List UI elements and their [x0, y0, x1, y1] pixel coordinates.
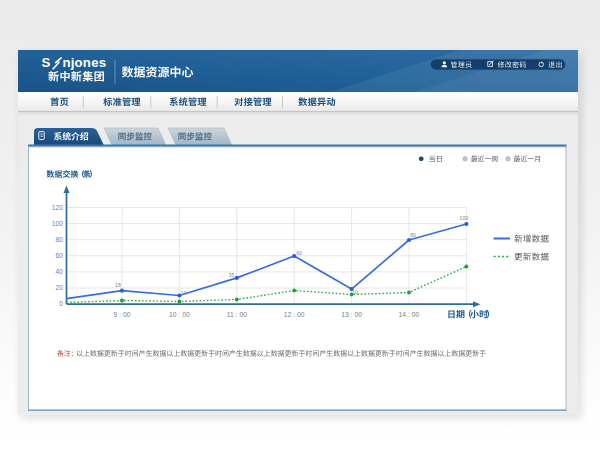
svg-text:13 : 00: 13 : 00: [341, 311, 362, 318]
svg-text:60: 60: [296, 250, 302, 256]
svg-text:100: 100: [52, 220, 63, 227]
svg-text:S: S: [42, 55, 51, 70]
svg-text:80: 80: [56, 236, 64, 243]
svg-text:10: 10: [352, 289, 358, 295]
svg-text:60: 60: [56, 252, 64, 259]
svg-text:120: 120: [52, 204, 63, 211]
svg-text:0: 0: [59, 300, 63, 307]
svg-text:14 : 00: 14 : 00: [399, 311, 420, 318]
svg-text:njones: njones: [63, 55, 107, 70]
svg-text:35: 35: [229, 272, 235, 278]
svg-text:12 : 00: 12 : 00: [284, 311, 305, 318]
svg-text:20: 20: [56, 284, 64, 291]
svg-text:10 : 00: 10 : 00: [169, 311, 190, 318]
svg-text:40: 40: [56, 268, 64, 275]
svg-text:80: 80: [410, 232, 416, 238]
svg-text:10: 10: [181, 290, 187, 296]
svg-text:18: 18: [115, 282, 121, 288]
svg-text:9 : 00: 9 : 00: [113, 311, 130, 318]
svg-text:100: 100: [460, 215, 469, 221]
svg-text:11 : 00: 11 : 00: [227, 311, 248, 318]
